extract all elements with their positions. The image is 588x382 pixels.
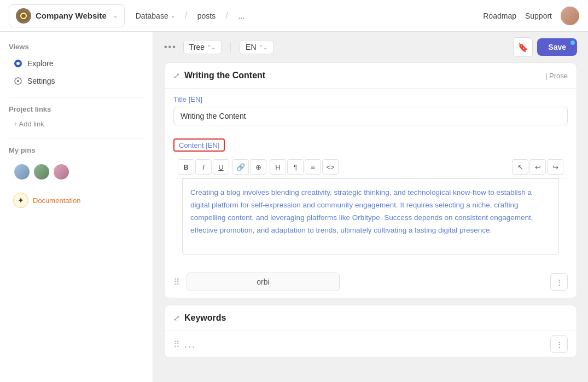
pins-avatars-row xyxy=(9,159,144,185)
project-links-title: Project links xyxy=(9,105,144,113)
explore-icon xyxy=(13,59,23,68)
orbi-input[interactable] xyxy=(187,273,340,291)
avatar-image xyxy=(561,7,579,25)
editor-btn-heading[interactable]: H xyxy=(270,159,286,175)
pin-avatar-2[interactable] xyxy=(33,163,50,181)
bookmark-icon: 🔖 xyxy=(517,42,528,53)
writing-section-header: ⤢ Writing the Content | Prose xyxy=(165,63,577,89)
view-chevron-icon: ⌃⌄ xyxy=(207,44,216,50)
writing-section-title: Writing the Content xyxy=(184,71,545,80)
add-link-btn[interactable]: + Add link xyxy=(9,118,144,130)
collapse-icon[interactable]: ⤢ xyxy=(173,71,180,80)
sidebar-divider-1 xyxy=(9,97,144,97)
writing-section-card: ⤢ Writing the Content | Prose Title [EN]… xyxy=(164,62,577,298)
content-field-label: Content [EN] xyxy=(179,141,219,149)
editor-text: Creating a blog involves blending creati… xyxy=(190,188,533,234)
keywords-drag-icon[interactable]: ⠿ xyxy=(173,339,180,350)
bookmark-button[interactable]: 🔖 xyxy=(513,37,533,57)
documentation-icon: ✦ xyxy=(13,193,28,208)
view-label: Tree xyxy=(189,43,205,51)
editor-toolbar: B I U 🔗 ⊕ H ¶ ≡ <> ↖ ↩ ↪ xyxy=(173,156,568,178)
toolbar-right: 🔖 Save xyxy=(513,37,577,57)
sidebar: Views Explore Settings Project links + A… xyxy=(0,32,153,382)
svg-point-3 xyxy=(16,62,20,65)
explore-label: Explore xyxy=(27,59,53,68)
orbi-more-button[interactable]: ⋮ xyxy=(550,273,568,291)
editor-btn-italic[interactable]: I xyxy=(195,159,212,175)
save-label: Save xyxy=(548,43,566,51)
toolbar-separator xyxy=(230,42,231,53)
nav-more-label: ... xyxy=(238,11,244,20)
view-selector[interactable]: Tree ⌃⌄ xyxy=(183,40,222,54)
editor-content[interactable]: Creating a blog involves blending creati… xyxy=(182,178,559,255)
nav-posts[interactable]: posts xyxy=(193,9,220,22)
content-area: ⤢ Writing the Content | Prose Title [EN]… xyxy=(153,62,588,382)
nav-database[interactable]: Database ⌄ xyxy=(131,9,179,22)
prose-badge: | Prose xyxy=(545,72,568,80)
topbar-right: Roadmap Support xyxy=(483,7,579,25)
documentation-item[interactable]: ✦ Documentation xyxy=(9,189,144,211)
settings-icon xyxy=(13,76,23,86)
topbar-nav: Database ⌄ / posts / ... xyxy=(131,9,477,22)
content-toolbar: ••• Tree ⌃⌄ EN ⌃⌄ 🔖 Save xyxy=(153,32,588,62)
main-content: ••• Tree ⌃⌄ EN ⌃⌄ 🔖 Save xyxy=(153,32,588,382)
editor-btn-bold[interactable]: B xyxy=(178,159,194,175)
editor-btn-paragraph[interactable]: ¶ xyxy=(287,159,304,175)
app-logo-icon xyxy=(16,8,31,24)
nav-database-label: Database xyxy=(136,11,168,20)
editor-btn-embed[interactable]: ⊕ xyxy=(250,159,266,175)
editor-btn-underline[interactable]: U xyxy=(213,159,229,175)
database-chevron-icon: ⌄ xyxy=(171,13,175,19)
content-field-wrapper: Content [EN] B I U 🔗 ⊕ H ¶ ≡ <> xyxy=(165,132,577,268)
documentation-label: Documentation xyxy=(33,196,80,205)
lang-label: EN xyxy=(246,43,256,51)
my-pins-title: My pins xyxy=(9,146,144,154)
save-button[interactable]: Save xyxy=(537,38,577,56)
app-chevron-icon: ⌄ xyxy=(113,13,118,19)
more-vertical-icon: ⋮ xyxy=(556,278,563,286)
orbi-row: ⠿ ⋮ xyxy=(165,268,577,298)
editor-btn-link[interactable]: 🔗 xyxy=(232,159,249,175)
pin-avatar-1[interactable] xyxy=(13,163,31,181)
save-dot-indicator xyxy=(570,40,575,45)
app-logo[interactable]: Company Website ⌄ xyxy=(9,4,125,27)
keywords-ellipsis: ... xyxy=(184,339,196,350)
editor-btn-list[interactable]: ≡ xyxy=(305,159,321,175)
keywords-section-header: ⤢ Keywords xyxy=(165,305,577,331)
nav-divider-1: / xyxy=(185,10,188,21)
content-label-box: Content [EN] xyxy=(173,138,225,152)
nav-divider-2: / xyxy=(225,10,228,21)
app-name: Company Website xyxy=(36,11,107,20)
drag-handle-icon[interactable]: ⠿ xyxy=(173,277,180,287)
sidebar-item-settings[interactable]: Settings xyxy=(9,73,144,89)
views-section-title: Views xyxy=(9,43,144,51)
sidebar-item-explore[interactable]: Explore xyxy=(9,55,144,72)
editor-btn-redo[interactable]: ↪ xyxy=(547,159,563,175)
title-field-label: Title [EN] xyxy=(173,95,568,103)
pin-avatar-3[interactable] xyxy=(53,163,70,181)
title-input[interactable] xyxy=(173,107,568,125)
keywords-section-title: Keywords xyxy=(184,313,568,323)
keywords-section-card: ⤢ Keywords ⠿ ... ⋮ xyxy=(164,305,577,358)
roadmap-link[interactable]: Roadmap xyxy=(483,11,516,20)
editor-btn-undo[interactable]: ↩ xyxy=(529,159,546,175)
keywords-more-button[interactable]: ⋮ xyxy=(550,335,568,353)
user-avatar[interactable] xyxy=(561,7,579,25)
title-field-row: Title [EN] xyxy=(165,89,577,132)
lang-chevron-icon: ⌃⌄ xyxy=(259,44,267,50)
editor-btn-clear[interactable]: ↖ xyxy=(512,159,528,175)
svg-point-0 xyxy=(19,11,28,21)
editor-btn-code[interactable]: <> xyxy=(322,159,339,175)
nav-more[interactable]: ... xyxy=(234,9,249,22)
settings-label: Settings xyxy=(27,77,55,85)
nav-posts-label: posts xyxy=(197,11,216,20)
toolbar-more-dots[interactable]: ••• xyxy=(164,42,177,52)
support-link[interactable]: Support xyxy=(525,11,552,20)
keywords-bottom-row: ⠿ ... ⋮ xyxy=(165,331,577,357)
keywords-collapse-icon[interactable]: ⤢ xyxy=(173,314,180,322)
add-link-label: + Add link xyxy=(13,120,44,128)
sidebar-divider-2 xyxy=(9,138,144,138)
lang-selector[interactable]: EN ⌃⌄ xyxy=(240,40,273,54)
main-layout: Views Explore Settings Project links + A… xyxy=(0,32,588,382)
keywords-more-icon: ⋮ xyxy=(556,340,563,349)
